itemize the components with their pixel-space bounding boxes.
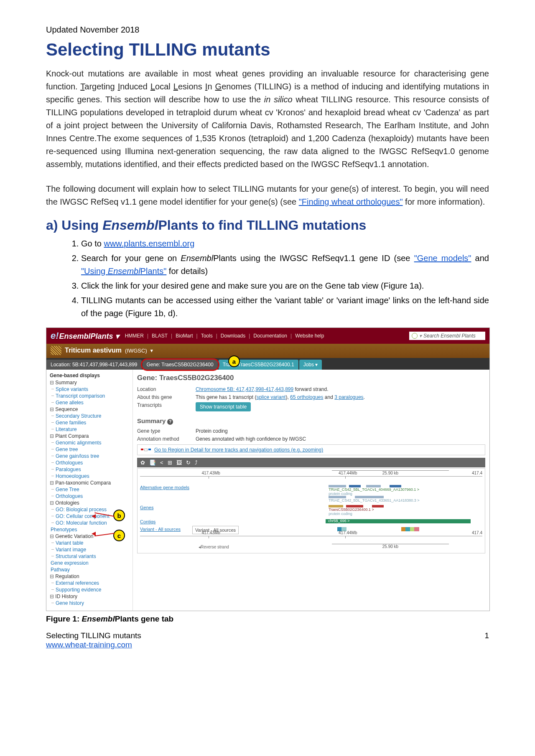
sidebar-gene-families[interactable]: Gene families: [50, 419, 129, 426]
sidebar: Gene-based displays Summary Splice varia…: [46, 370, 133, 611]
sidebar-transcript-comparison[interactable]: Transcript comparison: [50, 393, 129, 399]
sidebar-ontologies-root[interactable]: Ontologies: [50, 500, 129, 506]
sidebar-homoeologues[interactable]: Homoeologues: [50, 473, 129, 479]
gene-models-link[interactable]: "Gene models": [414, 254, 471, 263]
menu-biomart[interactable]: BioMart: [176, 333, 193, 339]
sidebar-gene-expression[interactable]: Gene expression: [50, 560, 129, 566]
summary-heading: Summary?: [137, 417, 485, 425]
sidebar-gene-alleles[interactable]: Gene alleles: [50, 399, 129, 406]
sidebar-sequence-root[interactable]: Sequence: [50, 406, 129, 413]
gene-type-label: Gene type: [137, 428, 196, 434]
alt-model-2[interactable]: TRIAE_CS42_5DL_TGACv1_433651_AA1418380.3…: [329, 498, 419, 502]
gene-model-1[interactable]: TraesCS5B02G236400.1 >: [329, 507, 374, 512]
sidebar-literature[interactable]: Literature: [50, 426, 129, 433]
annotation-method-label: Annotation method: [137, 436, 196, 442]
wheat-icon: [51, 346, 61, 355]
track-alt-gene-models[interactable]: Alternative gene models: [140, 484, 192, 490]
ensembl-plants-link[interactable]: www.plants.ensembl.org: [104, 239, 194, 248]
help-icon[interactable]: ?: [167, 419, 173, 425]
orthologues-link[interactable]: 65 orthologues: [290, 394, 323, 400]
track-genes[interactable]: Genes: [140, 504, 192, 510]
figure-1-screenshot: e!EnsemblPlants ▾ HMMER| BLAST| BioMart|…: [46, 327, 490, 611]
using-ensembl-plants-link[interactable]: "Using EnsemblPlants": [81, 266, 166, 276]
sidebar-orthologues[interactable]: Orthologues: [50, 459, 129, 466]
tab-location[interactable]: Location: 5B:417,437,998-417,443,899: [46, 360, 142, 370]
finding-orthologues-link[interactable]: "Finding wheat orthologues": [299, 197, 403, 206]
page-title: Selecting TILLING mutants: [46, 40, 489, 60]
tool-bookmark-icon[interactable]: 📑: [149, 459, 156, 466]
sidebar-paralogues[interactable]: Paralogues: [50, 466, 129, 473]
tab-jobs[interactable]: Jobs ▾: [299, 360, 322, 370]
section-a-heading: a) Using EnsemblPlants to find TILLING m…: [46, 218, 489, 233]
menu-help[interactable]: Website help: [295, 333, 324, 339]
menu-tools[interactable]: Tools: [201, 333, 213, 339]
paragraph-2: The following document will explain how …: [46, 183, 489, 208]
tool-zoom-icon[interactable]: ⊞: [168, 459, 172, 466]
ensembl-top-bar: e!EnsemblPlants ▾ HMMER| BLAST| BioMart|…: [46, 328, 489, 344]
sidebar-supporting-evidence[interactable]: Supporting evidence: [50, 586, 129, 593]
track-contigs[interactable]: Contigs: [140, 518, 192, 524]
sidebar-splice-variants[interactable]: Splice variants: [50, 386, 129, 393]
updated-date: Updated November 2018: [46, 25, 489, 35]
track-toolbar: ✿ 📑 < ⊞ 🖼 ↻ ⤴: [137, 458, 485, 467]
sidebar-gene-history[interactable]: Gene history: [50, 600, 129, 606]
arrow-b-head: [92, 514, 96, 518]
region-bar: Go to Region in Detail for more tracks a…: [137, 444, 485, 455]
sidebar-summary-root[interactable]: Summary: [50, 379, 129, 386]
footer-link[interactable]: www.wheat-training.com: [46, 640, 132, 649]
sidebar-header: Gene-based displays: [50, 373, 129, 378]
steps-list: Go to www.plants.ensembl.org Search for …: [46, 237, 489, 320]
sidebar-gene-gain-loss[interactable]: Gene gain/loss tree: [50, 453, 129, 459]
ruler-top: 417.43Mb 417.44Mb 417.4: [140, 476, 482, 482]
sidebar-genomic-alignments[interactable]: Genomic alignments: [50, 439, 129, 446]
location-link[interactable]: Chromosome 5B: 417,437,998-417,443,899: [196, 386, 293, 392]
sidebar-pathway[interactable]: Pathway: [50, 566, 129, 573]
callout-c: c: [113, 530, 125, 541]
reverse-strand-label: ◂Reverse strand: [199, 545, 229, 549]
about-label: About this gene: [137, 394, 196, 400]
track-area: 25.90 kb 417.43Mb 417.44Mb 417.4 Alterna…: [137, 468, 485, 553]
show-transcript-table-button[interactable]: Show transcript table: [196, 402, 251, 411]
region-detail-link[interactable]: Go to Region in Detail for more tracks a…: [154, 447, 323, 453]
sidebar-external-references[interactable]: External references: [50, 580, 129, 586]
sidebar-pan-compara-root[interactable]: Pan-taxonomic Compara: [50, 479, 129, 486]
ensembl-logo: e!EnsemblPlants ▾: [51, 330, 119, 341]
flag-icon: [141, 449, 151, 451]
figure-1-caption: Figure 1: EnsemblPlants gene tab: [46, 614, 489, 624]
page-number: 1: [484, 631, 489, 649]
sidebar-id-history-root[interactable]: ID History: [50, 593, 129, 600]
sidebar-pan-gene-tree[interactable]: Gene Tree: [50, 486, 129, 493]
tool-config-icon[interactable]: ✿: [140, 459, 145, 466]
footer-title: Selecting TILLING mutants: [46, 631, 141, 640]
tool-export-icon[interactable]: ⤴: [195, 459, 198, 466]
tool-reload-icon[interactable]: ↻: [186, 459, 191, 466]
menu-blast[interactable]: BLAST: [152, 333, 168, 339]
splice-variant-link[interactable]: splice variant: [256, 394, 285, 400]
step-4: TILLING mutants can be accessed using ei…: [81, 294, 489, 320]
sidebar-variant-image[interactable]: Variant image: [50, 546, 129, 553]
menu-downloads[interactable]: Downloads: [221, 333, 245, 339]
search-input[interactable]: ▾ Search Ensembl Plants: [409, 332, 485, 340]
sidebar-structural-variants[interactable]: Structural variants: [50, 553, 129, 560]
main-panel: Gene: TraesCS5B02G236400 LocationChromos…: [133, 370, 489, 611]
sidebar-gene-tree[interactable]: Gene tree: [50, 446, 129, 453]
ruler-bottom: 417.43Mb 417.44Mb 417.4: [140, 536, 482, 542]
step-1: Go to www.plants.ensembl.org: [81, 237, 489, 250]
page-footer: Selecting TILLING mutants www.wheat-trai…: [46, 631, 489, 649]
tool-image-icon[interactable]: 🖼: [176, 459, 182, 466]
sidebar-pan-orthologues[interactable]: Orthologues: [50, 493, 129, 500]
tabs-row: Location: 5B:417,437,998-417,443,899 Gen…: [46, 358, 489, 370]
sidebar-regulation-root[interactable]: Regulation: [50, 573, 129, 580]
sidebar-plant-compara-root[interactable]: Plant Compara: [50, 433, 129, 439]
tab-gene[interactable]: Gene: TraesCS5B02G236400: [143, 360, 218, 370]
paralogues-link[interactable]: 3 paralogues: [334, 394, 363, 400]
sidebar-secondary-structure[interactable]: Secondary Structure: [50, 413, 129, 419]
alt-model-1[interactable]: TRIAE_CS42_5BL_TGACv1_404669_AA1307960.1…: [329, 487, 419, 492]
species-bar[interactable]: Triticum aestivum (IWGSC) ▾: [46, 344, 489, 358]
gene-type-value: Protein coding: [196, 428, 228, 434]
menu-hmmer[interactable]: HMMER: [125, 333, 144, 339]
track-variants[interactable]: Variant - All sources: [140, 526, 192, 532]
location-label: Location: [137, 386, 196, 392]
tool-share-icon[interactable]: <: [160, 459, 163, 466]
menu-documentation[interactable]: Documentation: [253, 333, 287, 339]
